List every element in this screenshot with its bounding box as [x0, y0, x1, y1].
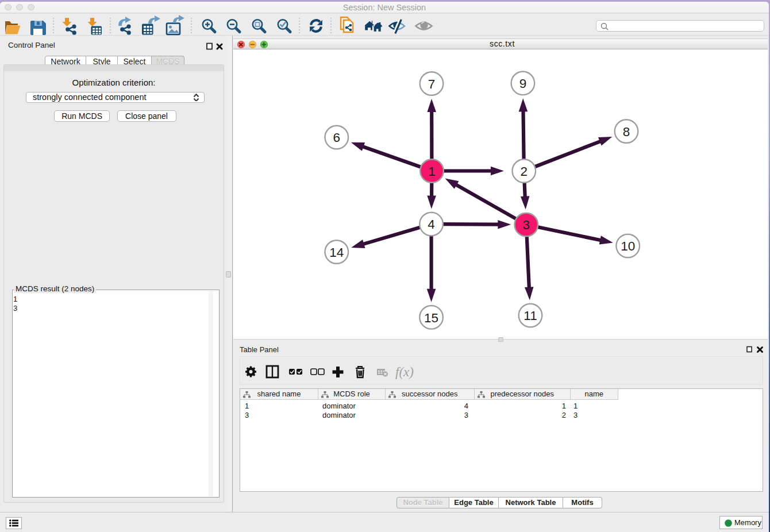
svg-text:1: 1 [428, 164, 436, 179]
svg-text:3: 3 [523, 218, 530, 232]
svg-text:9: 9 [519, 76, 527, 91]
svg-text:10: 10 [621, 239, 635, 253]
svg-text:8: 8 [623, 125, 630, 139]
svg-text:14: 14 [329, 245, 344, 260]
svg-text:6: 6 [333, 130, 341, 145]
svg-text:2: 2 [521, 164, 528, 179]
svg-text:f(x): f(x) [395, 365, 414, 379]
svg-text:15: 15 [424, 311, 438, 325]
svg-text:4: 4 [428, 217, 435, 232]
svg-text:7: 7 [428, 77, 436, 91]
svg-text:11: 11 [523, 309, 537, 323]
